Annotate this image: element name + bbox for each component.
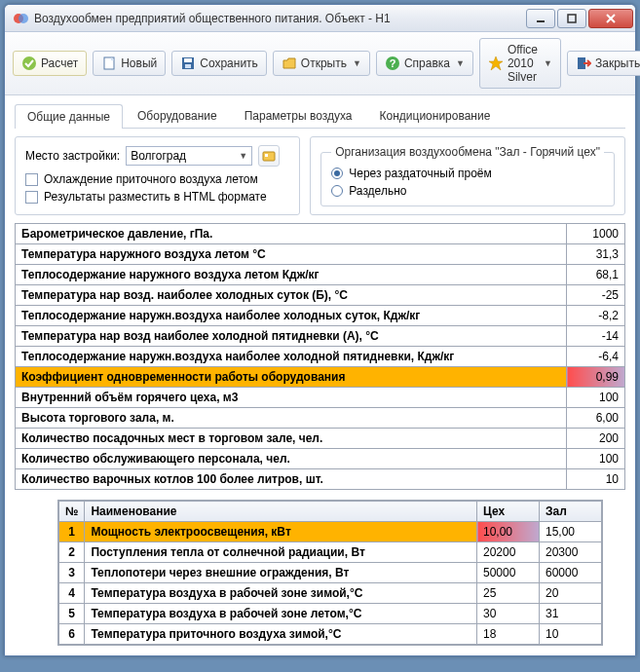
checkbox-icon <box>25 191 38 204</box>
chevron-down-icon: ▼ <box>544 58 552 68</box>
param-value[interactable]: 6,00 <box>567 408 625 429</box>
param-label: Теплосодержание наружн.воздуха наиболее … <box>16 347 567 367</box>
col-ceh[interactable]: Цех <box>477 502 540 522</box>
param-row[interactable]: Количество обслуживающего персонала, чел… <box>16 449 625 469</box>
param-value[interactable]: 200 <box>567 429 625 449</box>
grid-row[interactable]: 5Температура воздуха в рабочей зоне лето… <box>59 604 602 624</box>
param-label: Барометрическое давление, гПа. <box>16 224 567 244</box>
grid-ceh[interactable]: 30 <box>477 604 540 624</box>
svg-rect-12 <box>263 152 275 161</box>
cool-supply-row[interactable]: Охлаждение приточного воздуха летом <box>25 172 289 186</box>
svg-point-4 <box>22 56 36 70</box>
tab-equipment[interactable]: Оборудование <box>125 103 230 128</box>
param-row[interactable]: Количество варочных котлов 100 более лит… <box>16 469 625 490</box>
org-opt2-row[interactable]: Раздельно <box>331 184 604 198</box>
close-button[interactable]: Закрыть <box>567 51 640 76</box>
param-value[interactable]: -6,4 <box>567 347 625 367</box>
new-button[interactable]: Новый <box>93 51 166 76</box>
tab-general[interactable]: Общие данные <box>15 104 123 129</box>
param-row[interactable]: Внутренний объём горячего цеха, м3100 <box>16 388 625 408</box>
help-button[interactable]: ? Справка ▼ <box>376 51 473 76</box>
close-window-button[interactable] <box>588 9 633 28</box>
grid-ceh[interactable]: 20200 <box>477 542 540 563</box>
param-label: Теплосодержание наружн.воздуха наиболее … <box>16 306 567 326</box>
tab-conditioning[interactable]: Кондиционирование <box>367 103 504 128</box>
open-label: Открыть <box>301 56 347 70</box>
grid-row[interactable]: 3Теплопотери через внешние ограждения, В… <box>59 563 602 583</box>
grid-row[interactable]: 1Мощность электроосвещения, кВт10,0015,0… <box>59 522 602 542</box>
grid-num: 3 <box>59 563 85 583</box>
maximize-button[interactable] <box>557 9 586 28</box>
location-value: Волгоград <box>131 149 186 163</box>
org-opt2-label: Раздельно <box>349 184 406 198</box>
svg-rect-13 <box>265 154 268 157</box>
param-row[interactable]: Количество посадочных мест в торговом за… <box>16 429 625 449</box>
data-grid[interactable]: № Наименование Цех Зал 1Мощность электро… <box>58 501 602 645</box>
param-row[interactable]: Высота торгового зала, м.6,00 <box>16 408 625 429</box>
app-icon <box>13 11 28 26</box>
new-icon <box>101 56 117 71</box>
grid-num: 6 <box>59 624 85 645</box>
grid-zal[interactable]: 60000 <box>540 563 602 583</box>
grid-ceh[interactable]: 10,00 <box>477 522 540 542</box>
param-value[interactable]: 10 <box>567 469 625 490</box>
param-value[interactable]: 100 <box>567 449 625 469</box>
param-value[interactable]: 68,1 <box>567 265 625 285</box>
grid-zal[interactable]: 20 <box>540 583 602 604</box>
col-zal[interactable]: Зал <box>540 502 602 522</box>
chevron-down-icon: ▼ <box>239 151 247 161</box>
svg-rect-7 <box>184 58 192 62</box>
grid-zal[interactable]: 31 <box>540 604 602 624</box>
param-row[interactable]: Температура наружного воздуха летом °С31… <box>16 244 625 265</box>
param-row[interactable]: Коэффициент одновременности работы обору… <box>16 367 625 388</box>
tab-air-params[interactable]: Параметры воздуха <box>232 103 365 128</box>
minimize-button[interactable] <box>526 9 555 28</box>
org-opt1-row[interactable]: Через раздаточный проём <box>331 167 604 180</box>
star-icon <box>488 56 504 71</box>
svg-rect-8 <box>185 64 191 68</box>
param-label: Количество посадочных мест в торговом за… <box>16 429 567 449</box>
svg-point-1 <box>19 14 28 23</box>
param-row[interactable]: Температура нар возд. наиболее холодных … <box>16 285 625 306</box>
location-combo[interactable]: Волгоград ▼ <box>126 146 252 166</box>
param-value[interactable]: 0,99 <box>567 367 625 388</box>
grid-ceh[interactable]: 18 <box>477 624 540 645</box>
calc-label: Расчет <box>41 56 78 70</box>
param-label: Коэффициент одновременности работы обору… <box>16 367 567 388</box>
param-value[interactable]: -8,2 <box>567 306 625 326</box>
location-edit-button[interactable] <box>258 145 280 167</box>
param-row[interactable]: Теплосодержание наружного воздуха летом … <box>16 265 625 285</box>
organization-legend: Организация воздухообмена "Зал - Горячий… <box>331 145 604 159</box>
grid-zal[interactable]: 15,00 <box>540 522 602 542</box>
param-value[interactable]: -14 <box>567 326 625 347</box>
calc-button[interactable]: Расчет <box>13 51 87 76</box>
col-num[interactable]: № <box>59 502 85 522</box>
grid-ceh[interactable]: 50000 <box>477 563 540 583</box>
grid-row[interactable]: 2Поступления тепла от солнечной радиации… <box>59 542 602 563</box>
open-button[interactable]: Открыть ▼ <box>273 51 370 76</box>
param-row[interactable]: Теплосодержание наружн.воздуха наиболее … <box>16 306 625 326</box>
param-row[interactable]: Барометрическое давление, гПа.1000 <box>16 224 625 244</box>
param-label: Высота торгового зала, м. <box>16 408 567 429</box>
grid-zal[interactable]: 20300 <box>540 542 602 563</box>
param-row[interactable]: Теплосодержание наружн.воздуха наиболее … <box>16 347 625 367</box>
checkbox-icon <box>25 173 38 186</box>
save-button[interactable]: Сохранить <box>171 51 267 76</box>
toolbar: Расчет Новый Сохранить Открыть ▼ ? Справ… <box>5 32 635 95</box>
col-name[interactable]: Наименование <box>85 502 477 522</box>
theme-button[interactable]: Office 2010 Silver ▼ <box>479 38 561 89</box>
param-row[interactable]: Температура нар возд наиболее холодной п… <box>16 326 625 347</box>
grid-row[interactable]: 6Температура приточного воздуха зимой,°С… <box>59 624 602 645</box>
svg-rect-2 <box>537 20 545 22</box>
param-value[interactable]: 31,3 <box>567 244 625 265</box>
html-results-row[interactable]: Результаты разместить в HTML формате <box>25 190 289 204</box>
param-value[interactable]: 100 <box>567 388 625 408</box>
param-value[interactable]: -25 <box>567 285 625 306</box>
grid-name: Мощность электроосвещения, кВт <box>85 522 477 542</box>
grid-row[interactable]: 4Температура воздуха в рабочей зоне зимо… <box>59 583 602 604</box>
organization-panel: Организация воздухообмена "Зал - Горячий… <box>310 136 625 215</box>
grid-ceh[interactable]: 25 <box>477 583 540 604</box>
param-value[interactable]: 1000 <box>567 224 625 244</box>
grid-zal[interactable]: 10 <box>540 624 602 645</box>
params-table: Барометрическое давление, гПа.1000Темпер… <box>15 223 625 490</box>
